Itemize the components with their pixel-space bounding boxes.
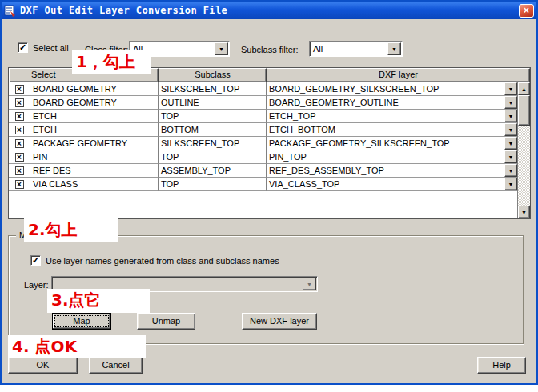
subclass-filter-select[interactable]: All ▼ [309,41,403,57]
table-row: ×ETCHTOPETCH_TOP▼ [9,110,517,123]
chevron-down-icon[interactable]: ▼ [504,110,517,122]
cancel-button[interactable]: Cancel [89,357,143,374]
scroll-up-icon[interactable]: ▲ [518,82,530,95]
header-dxf-layer[interactable]: DXF layer [267,68,530,82]
layer-label: Layer: [24,280,49,290]
row-select-cell: × [9,82,30,96]
row-dxf-layer-select[interactable]: PIN_TOP▼ [267,150,517,164]
help-button[interactable]: Help [477,357,526,374]
layer-value [52,277,317,278]
row-subclass-value: TOP [159,150,267,164]
header-subclass[interactable]: Subclass [159,68,267,82]
row-dxf-layer-value: PIN_TOP [269,152,307,162]
close-button[interactable]: × [519,4,534,18]
row-subclass-value: OUTLINE [159,96,267,110]
row-checkbox-checked[interactable]: × [15,85,24,94]
chevron-down-icon[interactable]: ▼ [504,96,517,109]
app-icon [4,4,17,17]
scrollbar-thumb[interactable] [518,95,530,126]
annotation-step2: 2.勾上 [24,218,118,242]
unmap-button[interactable]: Unmap [137,313,195,330]
map-button[interactable]: Map [52,313,111,330]
row-subclass-value: SILKSCREEN_TOP [159,82,267,96]
row-dxf-layer-value: VIA_CLASS_TOP [269,179,339,189]
screen: DXF Out Edit Layer Conversion File × ✓ S… [0,0,538,392]
row-dxf-layer-value: BOARD_GEOMETRY_SILKSCREEN_TOP [269,84,439,94]
annotation-step3: 3.点它 [47,289,150,313]
table-row: ×REF DESASSEMBLY_TOPREF_DES_ASSEMBLY_TOP… [9,164,517,178]
table-row: ×PACKAGE GEOMETRYSILKSCREEN_TOPPACKAGE_G… [9,137,517,150]
table-row: ×PINTOPPIN_TOP▼ [9,150,517,164]
row-subclass-value: BOTTOM [159,123,267,137]
row-checkbox-checked[interactable]: × [15,98,24,107]
table-row: ×BOARD GEOMETRYSILKSCREEN_TOPBOARD_GEOME… [9,82,517,96]
scroll-down-icon[interactable]: ▼ [518,206,530,218]
row-dxf-layer-value: PACKAGE_GEOMETRY_SILKSCREEN_TOP [269,138,450,148]
row-select-cell: × [9,137,30,150]
row-class-value: ETCH [30,123,159,137]
chevron-down-icon[interactable]: ▼ [504,82,517,95]
dxf-out-dialog: DXF Out Edit Layer Conversion File × ✓ S… [0,0,538,385]
chevron-down-icon[interactable]: ▼ [504,178,517,190]
row-class-value: BOARD GEOMETRY [30,82,159,96]
row-checkbox-checked[interactable]: × [15,166,24,175]
row-class-value: VIA CLASS [30,178,159,191]
annotation-step1: 1，勾上 [72,50,151,74]
row-select-cell: × [9,178,30,191]
row-class-value: PIN [30,150,159,164]
table-row: ×ETCHBOTTOMETCH_BOTTOM▼ [9,123,517,137]
select-all-label: Select all [33,43,69,53]
row-dxf-layer-select[interactable]: BOARD_GEOMETRY_SILKSCREEN_TOP▼ [267,82,517,96]
chevron-down-icon[interactable]: ▼ [387,42,401,55]
row-dxf-layer-select[interactable]: REF_DES_ASSEMBLY_TOP▼ [267,164,517,178]
row-select-cell: × [9,123,30,137]
table-row: ×BOARD GEOMETRYOUTLINEBOARD_GEOMETRY_OUT… [9,96,517,110]
row-dxf-layer-value: REF_DES_ASSEMBLY_TOP [269,166,384,175]
subclass-filter-label: Subclass filter: [241,45,299,54]
row-checkbox-checked[interactable]: × [15,180,24,189]
row-dxf-layer-select[interactable]: ETCH_BOTTOM▼ [267,123,517,137]
row-select-cell: × [9,110,30,123]
layer-conversion-table: Select Subclass DXF layer ×BOARD GEOMETR… [8,67,531,219]
row-checkbox-checked[interactable]: × [15,112,24,121]
row-dxf-layer-value: ETCH_BOTTOM [269,125,335,134]
row-class-value: REF DES [30,164,159,178]
select-all-checkbox[interactable]: ✓ Select all [18,42,69,53]
checkbox-checked-icon: ✓ [18,42,28,53]
chevron-down-icon[interactable]: ▼ [504,137,517,150]
row-dxf-layer-value: ETCH_TOP [269,111,315,121]
titlebar[interactable]: DXF Out Edit Layer Conversion File × [2,2,536,19]
chevron-down-icon[interactable]: ▼ [504,164,517,177]
row-checkbox-checked[interactable]: × [15,153,24,162]
chevron-down-icon[interactable]: ▼ [504,150,517,163]
row-select-cell: × [9,96,30,110]
row-checkbox-checked[interactable]: × [15,126,24,134]
row-select-cell: × [9,164,30,178]
chevron-down-icon[interactable]: ▼ [303,278,316,290]
checkbox-checked-icon: ✓ [30,255,41,266]
row-subclass-value: ASSEMBLY_TOP [159,164,267,178]
row-dxf-layer-select[interactable]: ETCH_TOP▼ [267,110,517,123]
new-dxf-layer-button[interactable]: New DXF layer [242,313,317,330]
row-dxf-layer-select[interactable]: BOARD_GEOMETRY_OUTLINE▼ [267,96,517,110]
row-subclass-value: TOP [159,178,267,191]
window-title: DXF Out Edit Layer Conversion File [20,5,227,16]
annotation-step4: 4. 点OK [8,335,146,358]
chevron-down-icon[interactable]: ▼ [215,42,228,55]
row-select-cell: × [9,150,30,164]
row-checkbox-checked[interactable]: × [15,139,24,148]
ok-button[interactable]: OK [8,357,78,374]
table-body: ×BOARD GEOMETRYSILKSCREEN_TOPBOARD_GEOME… [9,82,517,218]
use-generated-names-checkbox[interactable]: ✓ Use layer names generated from class a… [30,255,279,266]
row-dxf-layer-select[interactable]: PACKAGE_GEOMETRY_SILKSCREEN_TOP▼ [267,137,517,150]
row-subclass-value: SILKSCREEN_TOP [159,137,267,150]
row-class-value: PACKAGE GEOMETRY [30,137,159,150]
row-dxf-layer-select[interactable]: VIA_CLASS_TOP▼ [267,178,517,191]
use-generated-names-label: Use layer names generated from class and… [46,256,279,266]
row-dxf-layer-value: BOARD_GEOMETRY_OUTLINE [269,98,399,107]
table-row: ×VIA CLASSTOPVIA_CLASS_TOP▼ [9,178,517,191]
chevron-down-icon[interactable]: ▼ [504,123,517,136]
row-subclass-value: TOP [159,110,267,123]
row-class-value: ETCH [30,110,159,123]
vertical-scrollbar[interactable]: ▲ ▼ [517,82,530,218]
